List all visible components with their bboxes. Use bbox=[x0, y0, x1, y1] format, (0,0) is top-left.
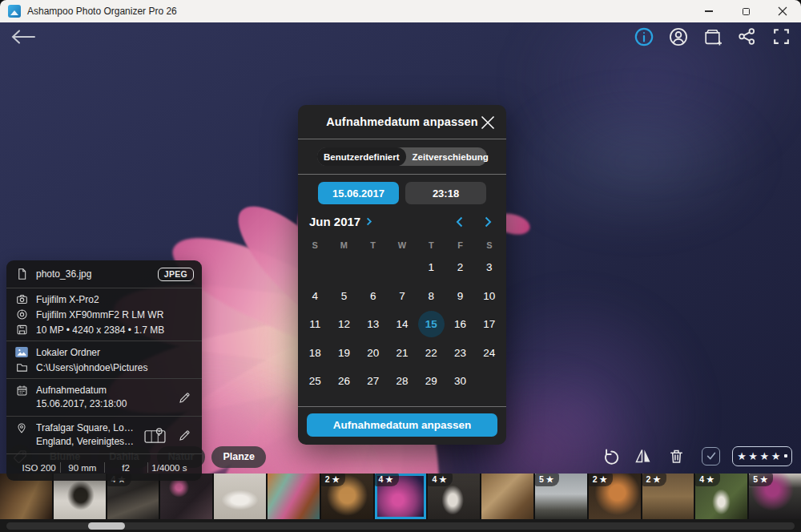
filmstrip-thumbnail-selected[interactable]: 4 ★ bbox=[375, 474, 427, 519]
star-icon: ★ bbox=[760, 451, 770, 461]
user-account-button[interactable] bbox=[667, 26, 689, 47]
calendar-day[interactable]: 17 bbox=[475, 310, 504, 339]
share-button[interactable] bbox=[736, 26, 758, 47]
dialog-close-button[interactable] bbox=[477, 111, 499, 134]
flip-button[interactable] bbox=[633, 445, 654, 466]
rating-widget[interactable]: ★★★★ bbox=[732, 446, 792, 466]
filmstrip-thumbnail[interactable] bbox=[214, 474, 266, 519]
calendar-day[interactable]: 3 bbox=[475, 253, 504, 282]
edit-date-button[interactable] bbox=[175, 391, 194, 405]
filmstrip-thumbnail[interactable]: 4 ★ bbox=[428, 474, 480, 519]
tag-pill[interactable]: Planze bbox=[211, 446, 266, 468]
filmstrip-thumbnail[interactable]: 2 ★ bbox=[642, 474, 694, 519]
filmstrip-thumbnail[interactable]: 2 ★ bbox=[321, 474, 373, 519]
folder-icon bbox=[14, 361, 29, 373]
calendar-day[interactable]: 4 bbox=[300, 282, 329, 311]
lens-model: Fujifilm XF90mmF2 R LM WR bbox=[36, 309, 194, 320]
calendar-day[interactable]: 26 bbox=[329, 367, 358, 396]
calendar-day[interactable]: 6 bbox=[359, 282, 388, 311]
calendar-weekday: M bbox=[329, 240, 358, 250]
rating-chip: 5 ★ bbox=[535, 474, 559, 486]
calendar-day[interactable]: 7 bbox=[388, 282, 417, 311]
file-info: 10 MP • 4240 x 2384 • 1.7 MB bbox=[36, 324, 194, 336]
add-to-album-button[interactable] bbox=[702, 26, 723, 47]
capture-date-label: Aufnahmedatum bbox=[36, 384, 167, 397]
next-month-button[interactable] bbox=[483, 216, 493, 228]
select-checkbox[interactable] bbox=[702, 447, 720, 466]
filmstrip-thumbnail[interactable]: 5 ★ bbox=[749, 474, 801, 519]
date-field[interactable]: 15.06.2017 bbox=[318, 182, 399, 204]
filmstrip-scrollbar-thumb[interactable] bbox=[88, 522, 125, 530]
calendar-day[interactable]: 16 bbox=[445, 310, 474, 339]
info-button[interactable] bbox=[633, 26, 654, 47]
location-section: Trafalgar Square, London England, Verein… bbox=[6, 416, 202, 453]
calendar-day[interactable]: 30 bbox=[445, 367, 474, 396]
exif-value: 90 mm bbox=[61, 463, 103, 473]
calendar-day[interactable]: 10 bbox=[475, 282, 504, 311]
show-on-map-button[interactable] bbox=[142, 426, 167, 445]
trash-icon bbox=[667, 447, 686, 466]
calendar-weekday: F bbox=[445, 240, 474, 250]
fullscreen-button[interactable] bbox=[771, 26, 792, 47]
calendar-grid: 1234567891011121314151617181920212223242… bbox=[298, 250, 506, 396]
calendar-day[interactable]: 5 bbox=[329, 282, 358, 311]
calendar-day[interactable]: 22 bbox=[417, 339, 445, 368]
adjust-date-dialog: Aufnahmedatum anpassen Benutzerdefiniert… bbox=[298, 105, 506, 445]
calendar-day[interactable]: 24 bbox=[475, 339, 504, 368]
time-field[interactable]: 23:18 bbox=[405, 182, 486, 204]
exif-section: ISO 20090 mmf21/4000 s bbox=[6, 453, 202, 481]
mode-segmented-control: Benutzerdefiniert Zeitverschiebung bbox=[317, 147, 487, 166]
filmstrip-thumbnail[interactable]: 2 ★ bbox=[589, 474, 641, 519]
folder-path: C:\Users\johndoe\Pictures bbox=[36, 362, 194, 373]
format-badge: JPEG bbox=[158, 268, 194, 281]
calendar-day[interactable]: 12 bbox=[329, 310, 358, 339]
filmstrip-thumbnail[interactable] bbox=[481, 474, 533, 519]
edit-location-button[interactable] bbox=[175, 429, 194, 442]
camera-icon bbox=[14, 293, 29, 305]
calendar-day-empty bbox=[300, 253, 329, 282]
exif-value: ISO 200 bbox=[18, 463, 60, 473]
calendar-day[interactable]: 1 bbox=[417, 253, 445, 282]
month-label: Jun 2017 bbox=[309, 215, 360, 228]
metadata-panel: photo_36.jpg JPEG Fujifilm X-Pro2 Fujifi… bbox=[6, 260, 202, 481]
filmstrip-thumbnail[interactable] bbox=[268, 474, 320, 519]
maximize-button[interactable] bbox=[727, 0, 764, 22]
back-button[interactable] bbox=[10, 26, 40, 48]
calendar-day[interactable]: 25 bbox=[300, 367, 329, 396]
tab-benutzerdefiniert[interactable]: Benutzerdefiniert bbox=[317, 147, 406, 166]
calendar-day-selected[interactable]: 15 bbox=[417, 310, 445, 339]
file-section: photo_36.jpg JPEG bbox=[6, 260, 202, 288]
month-selector[interactable]: Jun 2017 bbox=[309, 215, 373, 228]
app-logo-icon bbox=[8, 5, 21, 18]
rotate-button[interactable] bbox=[600, 445, 621, 466]
calendar-day[interactable]: 28 bbox=[388, 367, 417, 396]
calendar-day[interactable]: 18 bbox=[300, 339, 329, 368]
calendar-day[interactable]: 19 bbox=[329, 339, 358, 368]
filmstrip-thumbnail[interactable]: 4 ★ bbox=[695, 474, 747, 519]
calendar-day[interactable]: 11 bbox=[300, 310, 329, 339]
delete-button[interactable] bbox=[666, 445, 686, 466]
calendar-weekdays: SMTWTFS bbox=[298, 228, 506, 250]
calendar-day[interactable]: 21 bbox=[388, 339, 417, 368]
star-empty-icon bbox=[784, 454, 787, 457]
previous-month-button[interactable] bbox=[454, 216, 465, 228]
calendar-day[interactable]: 8 bbox=[417, 282, 445, 311]
calendar-day[interactable]: 2 bbox=[445, 253, 474, 282]
tab-zeitverschiebung[interactable]: Zeitverschiebung bbox=[406, 147, 495, 166]
calendar-day[interactable]: 23 bbox=[445, 339, 474, 368]
calendar-day[interactable]: 29 bbox=[417, 367, 445, 396]
rotate-icon bbox=[601, 446, 621, 466]
calendar-day[interactable]: 13 bbox=[359, 310, 388, 339]
calendar-day[interactable]: 27 bbox=[359, 367, 388, 396]
info-icon bbox=[634, 26, 654, 47]
minimize-button[interactable] bbox=[690, 0, 727, 22]
map-icon bbox=[143, 426, 167, 445]
filmstrip-thumbnail[interactable]: 5 ★ bbox=[535, 474, 587, 519]
apply-date-button[interactable]: Aufnahmedatum anpassen bbox=[307, 413, 497, 437]
calendar-day[interactable]: 9 bbox=[445, 282, 474, 311]
calendar-day[interactable]: 20 bbox=[359, 339, 388, 368]
filename: photo_36.jpg bbox=[36, 268, 151, 280]
calendar-day[interactable]: 14 bbox=[388, 310, 417, 339]
app-title: Ashampoo Photo Organizer Pro 26 bbox=[27, 6, 177, 17]
close-window-button[interactable] bbox=[764, 0, 801, 22]
